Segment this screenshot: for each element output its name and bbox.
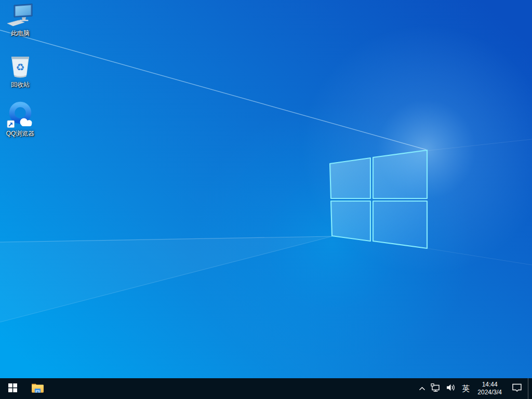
recycle-bin-icon: ♻: [8, 52, 33, 80]
action-center-button[interactable]: [506, 378, 528, 399]
show-desktop-button[interactable]: [528, 378, 532, 399]
ime-indicator[interactable]: 英: [458, 378, 473, 399]
desktop-icon-label: QQ浏览器: [6, 130, 35, 137]
file-explorer-button[interactable]: [25, 378, 50, 399]
volume-button[interactable]: [443, 378, 458, 399]
start-button[interactable]: [0, 378, 25, 399]
clock[interactable]: 14:44 2024/3/4: [473, 378, 506, 399]
system-tray: 英 14:44 2024/3/4: [416, 378, 532, 399]
taskbar: 英 14:44 2024/3/4: [0, 378, 532, 399]
this-pc-icon: [6, 3, 35, 29]
desktop-icon-recycle-bin[interactable]: ♻ 回收站: [0, 52, 41, 88]
shortcut-arrow-overlay: [7, 121, 15, 128]
desktop-icon-label: 此电脑: [11, 30, 30, 37]
clock-date: 2024/3/4: [477, 389, 502, 396]
desktop-area: 此电脑 ♻ 回收站: [0, 0, 532, 378]
ethernet-network-icon: [431, 383, 441, 394]
chevron-up-icon: [419, 384, 425, 393]
speaker-icon: [446, 383, 456, 394]
desktop-icon-this-pc[interactable]: 此电脑: [0, 3, 41, 37]
clock-time: 14:44: [482, 381, 498, 389]
windows-start-icon: [8, 383, 17, 394]
network-button[interactable]: [428, 378, 443, 399]
action-center-icon: [512, 383, 522, 394]
desktop-icon-qq-browser[interactable]: QQ浏览器: [0, 101, 41, 137]
file-explorer-icon: [31, 382, 44, 395]
windows-desktop-screen: 此电脑 ♻ 回收站: [0, 0, 532, 399]
hidden-icons-button[interactable]: [416, 378, 428, 399]
qq-browser-icon: [6, 101, 34, 129]
svg-text:♻: ♻: [16, 61, 24, 73]
wallpaper-windows-logo: [0, 0, 532, 378]
desktop-icon-label: 回收站: [11, 81, 30, 88]
ime-label: 英: [462, 384, 470, 394]
